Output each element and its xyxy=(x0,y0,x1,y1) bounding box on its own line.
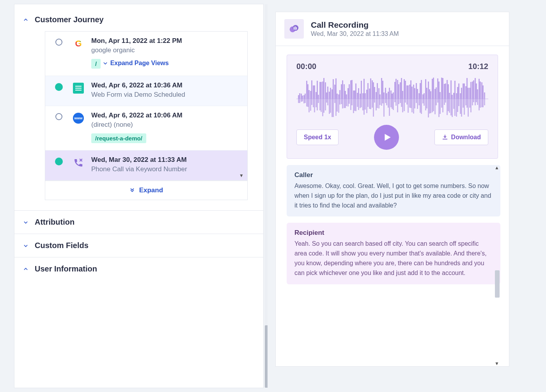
timeline: ▲ G Mon, Apr 11, 2022 at 1:22 PM google … xyxy=(45,31,248,200)
player-current-time: 00:00 xyxy=(296,62,316,71)
journey-desc: Web Form via Demo Scheduled xyxy=(91,91,240,99)
svg-rect-3 xyxy=(295,27,296,30)
transcript-scroll-up[interactable]: ▲ xyxy=(493,165,500,170)
section-title-journey: Customer Journey xyxy=(35,15,104,24)
speaker-text: Yeah. So you can search based off city. … xyxy=(294,239,493,278)
expand-page-views-label: Expand Page Views xyxy=(110,60,169,67)
download-button[interactable]: Download xyxy=(434,129,488,145)
journey-item-direct[interactable]: www Wed, Apr 6, 2022 at 10:06 AM (direct… xyxy=(45,106,247,151)
journey-date: Wed, Apr 6, 2022 at 10:06 AM xyxy=(91,112,240,119)
google-icon: G xyxy=(72,37,85,50)
recording-header: Call Recording Wed, Mar 30, 2022 at 11:3… xyxy=(276,12,509,46)
transcript-bubble-caller: Caller Awesome. Okay, cool. Great. Well,… xyxy=(287,165,500,216)
journey-date: Wed, Apr 6, 2022 at 10:36 AM xyxy=(91,82,240,89)
section-header-user-info[interactable]: User Information xyxy=(14,257,263,280)
speaker-label: Recipient xyxy=(294,229,493,237)
right-panel: Call Recording Wed, Mar 30, 2022 at 11:3… xyxy=(268,4,532,388)
download-label: Download xyxy=(451,134,481,141)
left-panel: Customer Journey ▲ G Mon, Apr 11, 2022 a… xyxy=(14,4,264,388)
form-icon xyxy=(72,82,85,95)
section-title-attribution: Attribution xyxy=(35,218,74,227)
svg-rect-2 xyxy=(294,27,294,30)
speaker-label: Caller xyxy=(294,171,493,179)
chevron-down-icon xyxy=(23,220,28,225)
journey-desc: (direct) (none) xyxy=(91,121,240,129)
expand-timeline-button[interactable]: Expand xyxy=(45,181,247,200)
svg-rect-4 xyxy=(296,27,297,30)
journey-desc: Phone Call via Keyword Number xyxy=(91,165,240,173)
path-tag[interactable]: / xyxy=(91,59,101,69)
play-icon xyxy=(382,132,392,142)
timeline-dot-filled xyxy=(55,158,63,165)
expand-page-views-button[interactable]: Expand Page Views xyxy=(103,60,169,67)
speed-label: Speed 1x xyxy=(304,134,331,141)
timeline-scroll-down[interactable]: ▼ xyxy=(238,173,245,178)
chevron-up-icon xyxy=(23,266,28,272)
section-header-attribution[interactable]: Attribution xyxy=(14,210,263,234)
transcript-bubble-recipient: Recipient Yeah. So you can search based … xyxy=(287,223,500,284)
journey-date: Mon, Apr 11, 2022 at 1:22 PM xyxy=(91,37,240,45)
chevron-down-icon xyxy=(23,243,28,248)
speed-button[interactable]: Speed 1x xyxy=(296,129,339,145)
chevron-up-icon xyxy=(23,17,28,23)
journey-date: Wed, Mar 30, 2022 at 11:33 AM xyxy=(91,156,240,164)
section-title-user-info: User Information xyxy=(35,264,97,273)
transcript-scrollbar-thumb[interactable] xyxy=(495,270,500,298)
recording-title: Call Recording xyxy=(311,20,399,30)
call-recording-card: Call Recording Wed, Mar 30, 2022 at 11:3… xyxy=(275,12,509,367)
audio-player: 00:00 10:12 Speed 1x Download xyxy=(287,55,498,159)
voicemail-icon xyxy=(284,19,304,39)
section-header-journey[interactable]: Customer Journey xyxy=(14,4,263,31)
player-total-time: 10:12 xyxy=(468,62,488,71)
transcript: ▲ Caller Awesome. Okay, cool. Great. Wel… xyxy=(287,165,500,366)
section-title-custom-fields: Custom Fields xyxy=(35,241,89,250)
speaker-text: Awesome. Okay, cool. Great. Well, I got … xyxy=(294,181,493,210)
play-button[interactable] xyxy=(374,125,399,150)
waveform[interactable] xyxy=(296,77,488,120)
recording-timestamp: Wed, Mar 30, 2022 at 11:33 AM xyxy=(311,30,399,37)
transcript-scroll-down[interactable]: ▼ xyxy=(493,361,500,366)
journey-desc: google organic xyxy=(91,46,240,54)
journey-item-web-form[interactable]: Wed, Apr 6, 2022 at 10:36 AM Web Form vi… xyxy=(45,76,247,106)
timeline-dot-hollow xyxy=(55,113,62,120)
journey-item-google-organic[interactable]: G Mon, Apr 11, 2022 at 1:22 PM google or… xyxy=(45,32,247,76)
globe-icon: www xyxy=(72,112,85,125)
phone-call-icon xyxy=(72,156,85,169)
path-tag[interactable]: /request-a-demo/ xyxy=(91,133,146,143)
expand-label: Expand xyxy=(139,186,163,194)
download-icon xyxy=(442,134,448,140)
timeline-dot-filled xyxy=(55,83,63,91)
journey-item-phone-call[interactable]: Wed, Mar 30, 2022 at 11:33 AM Phone Call… xyxy=(45,151,247,181)
timeline-dot-hollow xyxy=(55,39,62,46)
section-header-custom-fields[interactable]: Custom Fields xyxy=(14,234,263,257)
